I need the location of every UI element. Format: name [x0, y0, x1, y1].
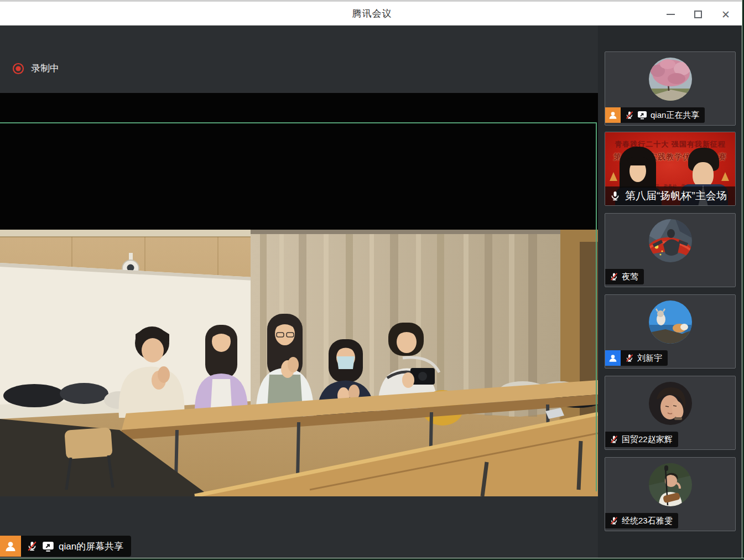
minimize-icon [667, 14, 675, 15]
maximize-icon [694, 11, 702, 18]
participant-tile-yeying[interactable]: 夜莺 [605, 213, 736, 287]
screen-share-icon [637, 111, 647, 120]
minimize-button[interactable] [657, 2, 684, 27]
participant-name: 第八届“扬帆杯”主会场 [625, 189, 727, 203]
screen-capture-border-right [742, 0, 744, 560]
screen-share-banner: qian的屏幕共享 [0, 536, 131, 557]
avatar [649, 300, 692, 344]
participant-name: 夜莺 [622, 272, 638, 282]
avatar [649, 58, 692, 101]
maximize-button[interactable] [684, 2, 712, 27]
shared-screen-stage: 录制中 [0, 25, 598, 560]
window-controls: ✕ [657, 2, 740, 27]
mic-muted-icon [625, 111, 634, 120]
share-border-right [596, 122, 597, 491]
screen-capture-border-bottom [0, 558, 744, 560]
sail-logo [610, 172, 617, 181]
sharer-badge [605, 107, 621, 123]
person-icon [4, 540, 17, 553]
mic-muted-icon [610, 435, 618, 444]
participant-tile-qian[interactable]: qian正在共享 [605, 51, 736, 126]
mic-on-icon [610, 190, 621, 201]
share-banner-text: qian的屏幕共享 [59, 540, 123, 553]
sharer-badge [0, 536, 21, 557]
mic-muted-icon [610, 272, 618, 281]
participants-sidebar[interactable]: qian正在共享 青春践行二十大 强国有我新征程 第八届 实践教学优秀 大赛 思… [598, 25, 744, 560]
close-button[interactable]: ✕ [712, 2, 740, 27]
participant-name: qian正在共享 [651, 110, 699, 121]
participant-name: 刘新宇 [637, 353, 662, 364]
participant-tile-zhaojiahui[interactable]: 国贸22赵家辉 [605, 376, 736, 450]
avatar [649, 382, 692, 425]
classroom-video-frame [0, 230, 598, 496]
record-dot-icon [12, 63, 24, 75]
share-border-top [0, 122, 597, 123]
recording-label: 录制中 [31, 62, 59, 75]
person-icon [608, 353, 618, 363]
title-bar: 腾讯会议 ✕ [0, 0, 744, 25]
window-title: 腾讯会议 [352, 7, 392, 20]
avatar [649, 219, 692, 262]
raised-hand-badge [605, 350, 621, 366]
participant-tile-liuxinyu[interactable]: 刘新宇 [605, 294, 736, 369]
speaker-left-hair [627, 157, 648, 165]
mic-muted-icon [610, 516, 618, 525]
person-icon [608, 110, 618, 120]
sail-logo [721, 172, 729, 181]
mic-muted-icon [625, 354, 634, 362]
participant-tile-shiyawen[interactable]: 经统23石雅雯 [605, 457, 736, 531]
mic-muted-icon [27, 541, 38, 552]
app-window: 腾讯会议 ✕ 录制中 [0, 0, 744, 560]
close-icon: ✕ [721, 9, 730, 20]
participant-name: 国贸22赵家辉 [622, 434, 673, 445]
participant-name: 经统23石雅雯 [622, 516, 673, 526]
recording-indicator: 录制中 [12, 62, 59, 75]
shared-video-area [0, 93, 598, 491]
avatar [649, 463, 692, 506]
screen-share-icon [42, 541, 54, 552]
banner-line1: 青春践行二十大 强国有我新征程 [605, 139, 735, 149]
participant-tile-main-venue[interactable]: 青春践行二十大 强国有我新征程 第八届 实践教学优秀 大赛 思主义学院、教务处、… [605, 132, 736, 206]
